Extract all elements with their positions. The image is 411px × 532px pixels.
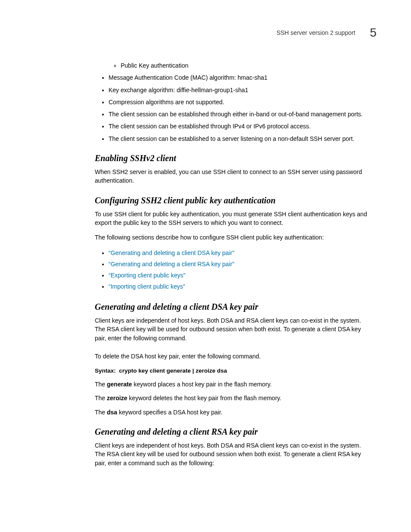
list-item: Generating and deleting a client RSA key… bbox=[109, 259, 372, 269]
body-text: Client keys are independent of host keys… bbox=[95, 441, 372, 467]
body-text: Client keys are independent of host keys… bbox=[95, 316, 372, 342]
list-item: The client session can be established to… bbox=[109, 134, 372, 143]
xref-list: Generating and deleting a client DSA key… bbox=[95, 248, 372, 292]
kw-bold: generate bbox=[107, 381, 132, 388]
syntax-command: crypto key client generate | zeroize dsa bbox=[119, 367, 227, 374]
keyword-desc: The dsa keyword specifies a DSA host key… bbox=[95, 408, 372, 417]
kw-bold: zeroize bbox=[107, 395, 127, 401]
keyword-desc: The zeroize keyword deletes the host key… bbox=[95, 394, 372, 402]
body-text: When SSH2 server is enabled, you can use… bbox=[95, 168, 372, 185]
list-item: Message Authentication Code (MAC) algori… bbox=[109, 73, 372, 82]
heading-enabling-sshv2-client: Enabling SSHv2 client bbox=[95, 153, 372, 163]
xref-link-rsa[interactable]: Generating and deleting a client RSA key… bbox=[109, 261, 234, 268]
list-item: Key exchange algorithm: diffie-hellman-g… bbox=[109, 86, 372, 94]
kw-text: The bbox=[95, 409, 107, 416]
heading-gen-del-rsa: Generating and deleting a client RSA key… bbox=[95, 427, 372, 437]
list-item: Public Key authentication bbox=[95, 61, 372, 70]
list-item: Compression algorithms are not supported… bbox=[109, 98, 372, 106]
syntax-line: Syntax: crypto key client generate | zer… bbox=[95, 367, 372, 374]
list-item: Generating and deleting a client DSA key… bbox=[109, 248, 372, 258]
xref-link-import[interactable]: Importing client public keys bbox=[109, 283, 185, 290]
heading-configuring-ssh2-pubkey: Configuring SSH2 client public key authe… bbox=[95, 196, 372, 205]
kw-text: keyword specifies a DSA host key pair. bbox=[117, 409, 222, 416]
body-text: To delete the DSA host key pair, enter t… bbox=[95, 352, 372, 361]
kw-text: The bbox=[95, 395, 107, 401]
list-item: The client session can be established th… bbox=[109, 110, 372, 118]
kw-text: keyword deletes the host key pair from t… bbox=[127, 395, 281, 401]
list-item: The client session can be established th… bbox=[109, 122, 372, 131]
feature-list: Public Key authentication Message Authen… bbox=[95, 61, 372, 143]
kw-text: keyword places a host key pair in the fl… bbox=[132, 381, 271, 388]
kw-text: The bbox=[95, 381, 107, 388]
xref-link-dsa[interactable]: Generating and deleting a client DSA key… bbox=[109, 249, 234, 256]
chapter-number: 5 bbox=[370, 26, 377, 40]
body-text: The following sections describe how to c… bbox=[95, 233, 372, 242]
xref-link-export[interactable]: Exporting client public keys bbox=[109, 272, 185, 279]
heading-gen-del-dsa: Generating and deleting a client DSA key… bbox=[95, 302, 372, 312]
page-header: SSH server version 2 support 5 bbox=[34, 26, 377, 40]
page-content: Public Key authentication Message Authen… bbox=[95, 61, 372, 467]
page: SSH server version 2 support 5 Public Ke… bbox=[0, 0, 411, 532]
list-item: Importing client public keys bbox=[109, 282, 372, 292]
syntax-label: Syntax: bbox=[95, 367, 116, 374]
keyword-desc: The generate keyword places a host key p… bbox=[95, 380, 372, 389]
header-text: SSH server version 2 support bbox=[277, 29, 355, 36]
list-item: Public Key authentication bbox=[121, 61, 372, 70]
kw-bold: dsa bbox=[107, 409, 117, 416]
body-text: To use SSH client for public key authent… bbox=[95, 210, 372, 227]
list-item: Exporting client public keys bbox=[109, 271, 372, 280]
nested-list: Public Key authentication bbox=[109, 61, 372, 70]
